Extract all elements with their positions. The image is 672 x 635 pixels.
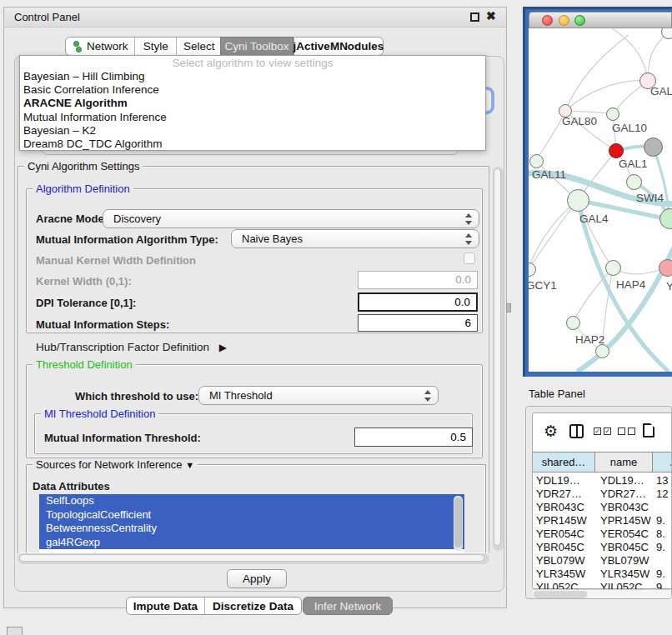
- threshold-definition-title: Threshold Definition: [33, 359, 136, 370]
- network-node[interactable]: [659, 259, 672, 277]
- dropdown-item[interactable]: Bayesian – Hill Climbing: [20, 70, 485, 83]
- combo-stepper-icon: [464, 213, 472, 225]
- control-panel-titlebar: Control Panel ✖: [4, 8, 506, 28]
- dropdown-item[interactable]: Bayesian – K2: [20, 124, 485, 138]
- table-panel-window: ⚙ ✓ ✓ shared… name A YDL19…YDL19…13 YDR2…: [525, 406, 672, 599]
- mi-steps-field[interactable]: 6: [358, 314, 478, 332]
- float-panel-icon[interactable]: [470, 12, 479, 22]
- panel-title: Control Panel: [14, 11, 80, 23]
- dropdown-placeholder: Select algorithm to view settings: [20, 57, 485, 70]
- traffic-light-close-icon[interactable]: [542, 15, 553, 26]
- combo-stepper-icon: [424, 390, 431, 402]
- dropdown-item[interactable]: Basic Correlation Inference: [20, 83, 485, 97]
- aracne-mode-combobox[interactable]: Discovery: [103, 209, 479, 228]
- tab-discretize-data[interactable]: Discretize Data: [204, 598, 301, 614]
- unchecked-box-icon[interactable]: [628, 428, 635, 435]
- traffic-light-zoom-icon[interactable]: [574, 15, 585, 26]
- tab-impute-data[interactable]: Impute Data: [127, 598, 204, 614]
- settings-vertical-scrollbar[interactable]: [493, 167, 504, 551]
- mi-threshold-field[interactable]: 0.5: [354, 428, 473, 447]
- mi-steps-label: Mutual Information Steps:: [36, 318, 169, 331]
- settings-horizontal-thumb[interactable]: [19, 554, 484, 562]
- list-item[interactable]: gal4RGexp: [39, 536, 464, 550]
- network-node[interactable]: [566, 316, 580, 330]
- node-label: HAP2: [575, 333, 604, 346]
- kernel-width-field[interactable]: 0.0: [358, 271, 478, 289]
- mi-type-label: Mutual Information Algorithm Type:: [36, 233, 218, 246]
- hub-definition-toggle[interactable]: Hub/Transcription Factor Definition ▶: [36, 341, 227, 353]
- tab-select[interactable]: Select: [176, 38, 222, 55]
- expand-right-icon: ▶: [219, 342, 227, 353]
- gear-icon[interactable]: ⚙: [544, 422, 558, 441]
- dropdown-item-selected[interactable]: ARACNE Algorithm: [20, 97, 485, 110]
- cyni-settings-title: Cyni Algorithm Settings: [24, 161, 143, 172]
- list-item[interactable]: TopologicalCoefficient: [39, 508, 464, 522]
- tab-jactivemnodules[interactable]: jActiveMNodules: [293, 37, 384, 56]
- aracne-mode-label: Aracne Mode:: [36, 212, 108, 225]
- list-scrollbar-thumb[interactable]: [454, 498, 462, 548]
- bottom-left-button[interactable]: [7, 627, 23, 635]
- table-panel-title: Table Panel: [529, 388, 585, 400]
- dropdown-item[interactable]: Dream8 DC_TDC Algorithm: [20, 138, 485, 151]
- network-node[interactable]: [605, 260, 621, 276]
- manual-kernel-checkbox[interactable]: [464, 252, 475, 264]
- sources-title[interactable]: Sources for Network Inference ▼: [33, 459, 198, 471]
- column-header[interactable]: name: [595, 452, 653, 472]
- network-node[interactable]: [606, 108, 619, 121]
- node-label: GAL1: [619, 158, 648, 170]
- column-header[interactable]: A: [653, 452, 672, 472]
- which-threshold-combobox[interactable]: MI Threshold: [198, 386, 439, 405]
- mi-threshold-title: MI Threshold Definition: [41, 408, 158, 419]
- node-label: GAL4: [579, 212, 609, 225]
- node-label: GCY1: [529, 279, 557, 292]
- traffic-light-minimize-icon[interactable]: [559, 15, 569, 26]
- node-label: HAP4: [616, 278, 645, 291]
- panel-splitter-handle[interactable]: [506, 303, 511, 312]
- algorithm-dropdown-list: Select algorithm to view settings Bayesi…: [19, 55, 486, 151]
- node-label: GAL: [650, 85, 672, 98]
- settings-horizontal-scrollbar[interactable]: [18, 553, 489, 564]
- checked-box-icon[interactable]: ✓: [594, 428, 601, 435]
- manual-kernel-label: Manual Kernel Width Definition: [36, 254, 196, 267]
- apply-button[interactable]: Apply: [227, 569, 287, 588]
- column-header[interactable]: shared…: [533, 452, 595, 472]
- network-node[interactable]: [626, 174, 642, 190]
- columns-icon[interactable]: [569, 424, 584, 438]
- tab-network[interactable]: Network: [66, 38, 134, 55]
- mi-type-combobox[interactable]: Naive Bayes: [231, 229, 479, 248]
- dpi-tolerance-label: DPI Tolerance [0,1]:: [36, 297, 136, 309]
- unchecked-box-icon[interactable]: [618, 428, 625, 435]
- network-tab-icon: [73, 41, 83, 52]
- collapse-down-icon: ▼: [185, 460, 194, 470]
- list-item[interactable]: BetweennessCentrality: [39, 522, 464, 536]
- table-scrollbar-thumb[interactable]: [534, 591, 587, 598]
- page-icon[interactable]: [643, 423, 654, 438]
- list-item[interactable]: SelfLoops: [39, 494, 464, 508]
- network-canvas[interactable]: GAL GAL80 GAL10 GAL1 GAL11 SWI4 GAL4 GCY…: [529, 28, 672, 372]
- data-attributes-list: SelfLoops TopologicalCoefficient Between…: [39, 494, 464, 552]
- tab-cyni-toolbox[interactable]: Cyni Toolbox: [220, 37, 293, 56]
- table-panel-inner: ⚙ ✓ ✓ shared… name A YDL19…YDL19…13 YDR2…: [532, 412, 672, 589]
- dpi-tolerance-field[interactable]: 0.0: [358, 292, 478, 312]
- which-threshold-label: Which threshold to use:: [75, 390, 198, 402]
- network-titlebar: [529, 12, 672, 28]
- tab-style[interactable]: Style: [134, 38, 176, 55]
- network-view-window: GAL GAL80 GAL10 GAL1 GAL11 SWI4 GAL4 GCY…: [523, 7, 672, 377]
- network-node[interactable]: [595, 344, 609, 358]
- bottom-tab-group: Impute Data Discretize Data: [126, 597, 302, 615]
- table-horizontal-scrollbar[interactable]: [533, 589, 672, 599]
- network-node-selected[interactable]: [609, 143, 624, 158]
- close-icon[interactable]: ✖: [486, 9, 496, 22]
- node-label: GAL10: [612, 122, 647, 134]
- combo-stepper-icon: [464, 233, 472, 245]
- network-node[interactable]: [567, 189, 589, 212]
- network-node[interactable]: [529, 154, 544, 168]
- tab-infer-network[interactable]: Infer Network: [303, 597, 393, 615]
- dropdown-item[interactable]: Mutual Information Inference: [20, 111, 485, 124]
- node-label: GAL11: [532, 168, 566, 181]
- settings-vertical-thumb[interactable]: [494, 168, 501, 546]
- network-node[interactable]: [644, 138, 663, 157]
- checked-box-icon[interactable]: ✓: [604, 428, 611, 435]
- node-label: Y: [666, 280, 672, 292]
- list-scrollbar[interactable]: [454, 496, 463, 551]
